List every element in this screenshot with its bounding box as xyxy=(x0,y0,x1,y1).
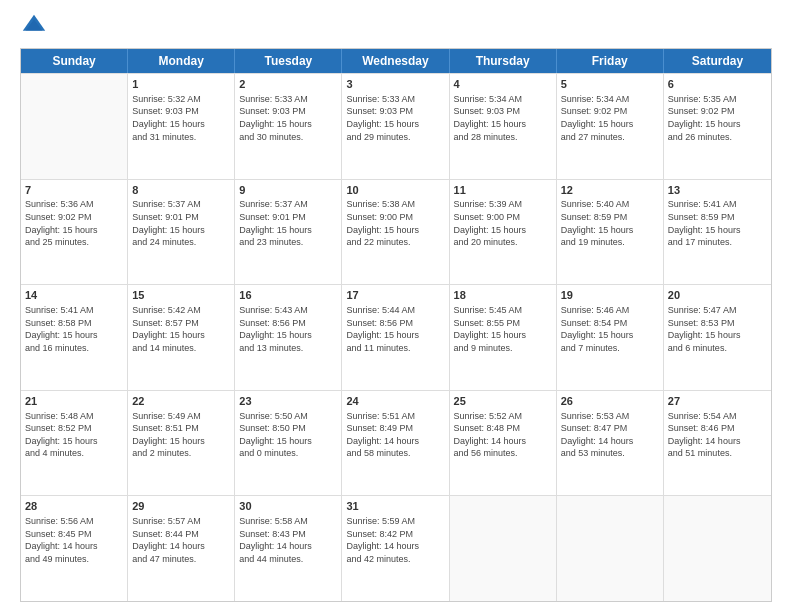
day-number: 31 xyxy=(346,499,444,514)
cell-info: Sunrise: 5:48 AM Sunset: 8:52 PM Dayligh… xyxy=(25,410,123,460)
calendar-row: 7Sunrise: 5:36 AM Sunset: 9:02 PM Daylig… xyxy=(21,179,771,285)
day-number: 17 xyxy=(346,288,444,303)
calendar-row: 28Sunrise: 5:56 AM Sunset: 8:45 PM Dayli… xyxy=(21,495,771,601)
day-number: 27 xyxy=(668,394,767,409)
cell-info: Sunrise: 5:44 AM Sunset: 8:56 PM Dayligh… xyxy=(346,304,444,354)
calendar-cell: 19Sunrise: 5:46 AM Sunset: 8:54 PM Dayli… xyxy=(557,285,664,390)
day-number: 20 xyxy=(668,288,767,303)
weekday-header: Friday xyxy=(557,49,664,73)
calendar-body: 1Sunrise: 5:32 AM Sunset: 9:03 PM Daylig… xyxy=(21,73,771,601)
calendar-cell: 29Sunrise: 5:57 AM Sunset: 8:44 PM Dayli… xyxy=(128,496,235,601)
day-number: 8 xyxy=(132,183,230,198)
calendar-cell: 3Sunrise: 5:33 AM Sunset: 9:03 PM Daylig… xyxy=(342,74,449,179)
cell-info: Sunrise: 5:51 AM Sunset: 8:49 PM Dayligh… xyxy=(346,410,444,460)
cell-info: Sunrise: 5:52 AM Sunset: 8:48 PM Dayligh… xyxy=(454,410,552,460)
day-number: 26 xyxy=(561,394,659,409)
cell-info: Sunrise: 5:53 AM Sunset: 8:47 PM Dayligh… xyxy=(561,410,659,460)
weekday-header: Wednesday xyxy=(342,49,449,73)
calendar-row: 1Sunrise: 5:32 AM Sunset: 9:03 PM Daylig… xyxy=(21,73,771,179)
calendar-cell: 30Sunrise: 5:58 AM Sunset: 8:43 PM Dayli… xyxy=(235,496,342,601)
calendar-cell: 23Sunrise: 5:50 AM Sunset: 8:50 PM Dayli… xyxy=(235,391,342,496)
day-number: 15 xyxy=(132,288,230,303)
header xyxy=(20,16,772,40)
calendar-cell: 12Sunrise: 5:40 AM Sunset: 8:59 PM Dayli… xyxy=(557,180,664,285)
cell-info: Sunrise: 5:50 AM Sunset: 8:50 PM Dayligh… xyxy=(239,410,337,460)
cell-info: Sunrise: 5:40 AM Sunset: 8:59 PM Dayligh… xyxy=(561,198,659,248)
day-number: 13 xyxy=(668,183,767,198)
calendar-cell: 27Sunrise: 5:54 AM Sunset: 8:46 PM Dayli… xyxy=(664,391,771,496)
calendar-cell: 4Sunrise: 5:34 AM Sunset: 9:03 PM Daylig… xyxy=(450,74,557,179)
day-number: 28 xyxy=(25,499,123,514)
calendar-cell: 21Sunrise: 5:48 AM Sunset: 8:52 PM Dayli… xyxy=(21,391,128,496)
calendar-cell: 1Sunrise: 5:32 AM Sunset: 9:03 PM Daylig… xyxy=(128,74,235,179)
day-number: 10 xyxy=(346,183,444,198)
cell-info: Sunrise: 5:59 AM Sunset: 8:42 PM Dayligh… xyxy=(346,515,444,565)
cell-info: Sunrise: 5:36 AM Sunset: 9:02 PM Dayligh… xyxy=(25,198,123,248)
calendar-cell: 9Sunrise: 5:37 AM Sunset: 9:01 PM Daylig… xyxy=(235,180,342,285)
day-number: 21 xyxy=(25,394,123,409)
calendar-cell: 20Sunrise: 5:47 AM Sunset: 8:53 PM Dayli… xyxy=(664,285,771,390)
cell-info: Sunrise: 5:42 AM Sunset: 8:57 PM Dayligh… xyxy=(132,304,230,354)
day-number: 7 xyxy=(25,183,123,198)
calendar-cell: 6Sunrise: 5:35 AM Sunset: 9:02 PM Daylig… xyxy=(664,74,771,179)
calendar-cell: 18Sunrise: 5:45 AM Sunset: 8:55 PM Dayli… xyxy=(450,285,557,390)
cell-info: Sunrise: 5:33 AM Sunset: 9:03 PM Dayligh… xyxy=(239,93,337,143)
calendar-cell: 2Sunrise: 5:33 AM Sunset: 9:03 PM Daylig… xyxy=(235,74,342,179)
calendar-cell: 22Sunrise: 5:49 AM Sunset: 8:51 PM Dayli… xyxy=(128,391,235,496)
calendar-cell: 13Sunrise: 5:41 AM Sunset: 8:59 PM Dayli… xyxy=(664,180,771,285)
day-number: 11 xyxy=(454,183,552,198)
day-number: 25 xyxy=(454,394,552,409)
cell-info: Sunrise: 5:37 AM Sunset: 9:01 PM Dayligh… xyxy=(239,198,337,248)
cell-info: Sunrise: 5:35 AM Sunset: 9:02 PM Dayligh… xyxy=(668,93,767,143)
weekday-header: Saturday xyxy=(664,49,771,73)
cell-info: Sunrise: 5:45 AM Sunset: 8:55 PM Dayligh… xyxy=(454,304,552,354)
cell-info: Sunrise: 5:41 AM Sunset: 8:58 PM Dayligh… xyxy=(25,304,123,354)
logo-icon xyxy=(20,12,48,40)
cell-info: Sunrise: 5:54 AM Sunset: 8:46 PM Dayligh… xyxy=(668,410,767,460)
day-number: 19 xyxy=(561,288,659,303)
calendar-cell: 11Sunrise: 5:39 AM Sunset: 9:00 PM Dayli… xyxy=(450,180,557,285)
cell-info: Sunrise: 5:56 AM Sunset: 8:45 PM Dayligh… xyxy=(25,515,123,565)
calendar-cell: 24Sunrise: 5:51 AM Sunset: 8:49 PM Dayli… xyxy=(342,391,449,496)
page: SundayMondayTuesdayWednesdayThursdayFrid… xyxy=(0,0,792,612)
logo xyxy=(20,16,50,40)
calendar-cell: 5Sunrise: 5:34 AM Sunset: 9:02 PM Daylig… xyxy=(557,74,664,179)
calendar-cell: 25Sunrise: 5:52 AM Sunset: 8:48 PM Dayli… xyxy=(450,391,557,496)
day-number: 12 xyxy=(561,183,659,198)
day-number: 9 xyxy=(239,183,337,198)
calendar-cell xyxy=(557,496,664,601)
cell-info: Sunrise: 5:39 AM Sunset: 9:00 PM Dayligh… xyxy=(454,198,552,248)
calendar-cell: 7Sunrise: 5:36 AM Sunset: 9:02 PM Daylig… xyxy=(21,180,128,285)
calendar-cell xyxy=(664,496,771,601)
weekday-header: Tuesday xyxy=(235,49,342,73)
calendar-cell: 16Sunrise: 5:43 AM Sunset: 8:56 PM Dayli… xyxy=(235,285,342,390)
day-number: 5 xyxy=(561,77,659,92)
calendar-cell xyxy=(21,74,128,179)
cell-info: Sunrise: 5:57 AM Sunset: 8:44 PM Dayligh… xyxy=(132,515,230,565)
day-number: 6 xyxy=(668,77,767,92)
calendar-cell: 26Sunrise: 5:53 AM Sunset: 8:47 PM Dayli… xyxy=(557,391,664,496)
calendar-header: SundayMondayTuesdayWednesdayThursdayFrid… xyxy=(21,49,771,73)
day-number: 4 xyxy=(454,77,552,92)
cell-info: Sunrise: 5:38 AM Sunset: 9:00 PM Dayligh… xyxy=(346,198,444,248)
weekday-header: Thursday xyxy=(450,49,557,73)
day-number: 14 xyxy=(25,288,123,303)
cell-info: Sunrise: 5:34 AM Sunset: 9:03 PM Dayligh… xyxy=(454,93,552,143)
calendar-row: 14Sunrise: 5:41 AM Sunset: 8:58 PM Dayli… xyxy=(21,284,771,390)
cell-info: Sunrise: 5:43 AM Sunset: 8:56 PM Dayligh… xyxy=(239,304,337,354)
day-number: 18 xyxy=(454,288,552,303)
cell-info: Sunrise: 5:32 AM Sunset: 9:03 PM Dayligh… xyxy=(132,93,230,143)
day-number: 24 xyxy=(346,394,444,409)
calendar-cell: 14Sunrise: 5:41 AM Sunset: 8:58 PM Dayli… xyxy=(21,285,128,390)
day-number: 22 xyxy=(132,394,230,409)
cell-info: Sunrise: 5:47 AM Sunset: 8:53 PM Dayligh… xyxy=(668,304,767,354)
day-number: 30 xyxy=(239,499,337,514)
calendar-cell: 31Sunrise: 5:59 AM Sunset: 8:42 PM Dayli… xyxy=(342,496,449,601)
cell-info: Sunrise: 5:46 AM Sunset: 8:54 PM Dayligh… xyxy=(561,304,659,354)
weekday-header: Monday xyxy=(128,49,235,73)
day-number: 2 xyxy=(239,77,337,92)
calendar-cell xyxy=(450,496,557,601)
calendar-cell: 28Sunrise: 5:56 AM Sunset: 8:45 PM Dayli… xyxy=(21,496,128,601)
calendar-row: 21Sunrise: 5:48 AM Sunset: 8:52 PM Dayli… xyxy=(21,390,771,496)
day-number: 1 xyxy=(132,77,230,92)
